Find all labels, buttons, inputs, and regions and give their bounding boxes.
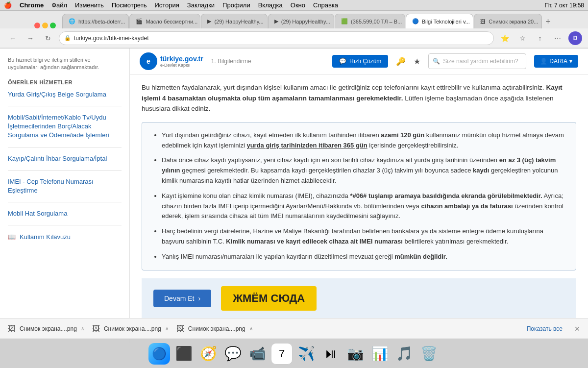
tab-2-label: Масло бессмертни... <box>146 19 197 25</box>
tab-2[interactable]: 🎬 Масло бессмертни... ✕ <box>129 14 200 28</box>
user-button[interactable]: 👤 DARIA ▾ <box>534 55 578 68</box>
download-chevron-1[interactable]: ∧ <box>81 326 84 331</box>
share-button[interactable]: ↑ <box>533 31 547 45</box>
tab-4-favicon: ▶ <box>274 18 278 25</box>
download-item-2[interactable]: 🖼 Снимок экрана....png ∧ <box>92 324 169 333</box>
tab-bar: 🌐 https://beta-doterr... ✕ 🎬 Масло бессм… <box>0 11 588 28</box>
download-chevron-2[interactable]: ∧ <box>165 326 169 331</box>
arrow-icon: › <box>198 294 200 302</box>
tab-1[interactable]: 🌐 https://beta-doterr... ✕ <box>62 14 129 28</box>
info-item-5: Yanlış IMEI numarası/numaraları ile yapı… <box>162 252 566 262</box>
download-bar-close[interactable]: ✕ <box>574 325 580 333</box>
menu-file[interactable]: Файл <box>51 1 67 9</box>
sidebar: Bu hizmet bilgi ve iletişim stilleri ve … <box>0 49 130 348</box>
user-icon: 👤 <box>540 58 547 65</box>
download-item-3[interactable]: 🖼 Снимок экрана....png ∧ <box>176 324 253 333</box>
address-text: turkiye.gov.tr/btk-imei-kaydet <box>74 35 149 42</box>
intro-text-1: Bu hizmetten faydalanarak, yurt dışından… <box>142 84 544 91</box>
header-search[interactable]: 🔍 Size nasıl yardım edebilirim? <box>428 53 526 69</box>
more-button[interactable]: ⋯ <box>551 31 564 45</box>
tab-6-favicon: 🔵 <box>412 18 419 25</box>
menu-window[interactable]: Окно <box>291 1 305 9</box>
tab-1-favicon: 🌐 <box>69 18 75 25</box>
dock-safari[interactable]: 🧭 <box>197 343 219 365</box>
sidebar-item-giris-cikis[interactable]: Yurda Giriş/Çıkış Belge Sorgulama <box>0 87 129 102</box>
book-icon: 📖 <box>8 233 16 241</box>
bookmark-button[interactable]: ☆ <box>515 31 529 45</box>
tab-2-favicon: 🎬 <box>136 18 143 25</box>
forward-button[interactable]: → <box>24 31 37 45</box>
sidebar-item-mobil-sabit[interactable]: Mobil/Sabit/İnternet/Kablo Tv/Uydu İşlet… <box>0 110 129 143</box>
profile-button[interactable]: D <box>568 31 582 45</box>
tab-4[interactable]: ▶ (29) HappyHealthy... ✕ <box>268 14 334 28</box>
dock-finder[interactable]: 🔵 <box>148 343 170 365</box>
download-label-2: Снимок экрана....png <box>104 325 161 332</box>
dock-messages[interactable]: 💬 <box>222 343 244 365</box>
extensions-button[interactable]: ⭐ <box>498 31 512 45</box>
user-name: DARIA <box>549 58 567 65</box>
dock-trash[interactable]: 🗑️ <box>418 343 440 365</box>
tab-7[interactable]: 🖼 Снимок экрана 20... ✕ <box>474 14 542 28</box>
menu-bookmarks[interactable]: Закладки <box>187 1 215 9</box>
download-chevron-3[interactable]: ∧ <box>249 326 253 331</box>
dock-music[interactable]: 🎵 <box>393 343 415 365</box>
window-close[interactable] <box>34 23 40 28</box>
show-all-button[interactable]: Показать все <box>527 325 563 332</box>
menu-history[interactable]: История <box>154 1 179 9</box>
devam-et-button[interactable]: Devam Et › <box>153 290 211 307</box>
download-file-icon-1: 🖼 <box>8 324 16 333</box>
sidebar-guide[interactable]: 📖 Kullanım Kılavuzu <box>0 229 129 245</box>
lock-icon: 🔒 <box>64 35 71 41</box>
bold-kaydi: kaydı <box>473 167 489 174</box>
tab-6[interactable]: 🔵 Bilgi Teknolojileri v... ✕ <box>406 14 474 28</box>
tab-5[interactable]: 🟩 (365.599,00 ТЛ – В... ✕ <box>335 14 405 28</box>
dock-zoom[interactable]: 📷 <box>344 343 366 365</box>
dock-quicktime[interactable]: ⏯ <box>320 343 342 365</box>
menu-tab[interactable]: Вкладка <box>258 1 283 9</box>
new-tab-button[interactable]: + <box>542 15 554 28</box>
sidebar-divider-5 <box>8 225 122 225</box>
sidebar-section-title: ÖNERİLEN HİZMETLER <box>0 75 129 87</box>
key-icon: 🔑 <box>396 57 406 66</box>
dock-calendar[interactable]: 7 <box>271 343 293 365</box>
tab-1-label: https://beta-doterr... <box>78 19 125 25</box>
sidebar-item-mobil-hat[interactable]: Mobil Hat Sorgulama <box>0 206 129 221</box>
intro-paragraph: Bu hizmetten faydalanarak, yurt dışından… <box>142 82 576 114</box>
sidebar-item-imei[interactable]: IMEI - Cep Telefonu Numarası Eşleştirme <box>0 174 129 198</box>
dock-excel[interactable]: 📊 <box>369 343 391 365</box>
yellow-banner: ЖМЁМ СЮДА <box>221 286 317 311</box>
reload-button[interactable]: ↻ <box>41 31 55 45</box>
address-bar[interactable]: 🔒 turkiye.gov.tr/btk-imei-kaydet <box>59 31 494 45</box>
sidebar-item-kayip-calinti[interactable]: Kayıp/Çalıntı İhbar Sorgulama/İptal <box>0 151 129 166</box>
sidebar-divider-4 <box>8 202 122 202</box>
info-item-4: Harç bedelinin vergi dairelerine, Hazine… <box>162 226 566 247</box>
menu-view[interactable]: Посмотреть <box>112 1 147 9</box>
tab-3[interactable]: ▶ (29) HappyHealthy... ✕ <box>201 14 267 28</box>
star-icon: ★ <box>414 57 420 66</box>
menu-chrome[interactable]: Chrome <box>20 1 44 9</box>
dock-facetime[interactable]: 📹 <box>246 343 268 365</box>
sidebar-divider-2 <box>8 147 122 147</box>
dock-telegram[interactable]: ✈️ <box>295 343 317 365</box>
download-label-1: Снимок экрана....png <box>20 325 77 332</box>
devam-label: Devam Et <box>164 294 194 302</box>
menu-help[interactable]: Справка <box>313 1 338 9</box>
bold-3uc: en az 3 (üç) takvim yılının <box>162 156 556 174</box>
hizli-cozum-button[interactable]: 💬 Hızlı Çözüm <box>332 55 388 68</box>
menu-profiles[interactable]: Профили <box>222 1 250 9</box>
apple-menu[interactable]: 🍎 <box>4 1 12 9</box>
window-minimize[interactable] <box>42 23 48 28</box>
window-maximize[interactable] <box>50 23 56 28</box>
download-bar: 🖼 Снимок экрана....png ∧ 🖼 Снимок экрана… <box>0 318 588 339</box>
download-item-1[interactable]: 🖼 Снимок экрана....png ∧ <box>8 324 84 333</box>
macos-menubar: 🍎 Chrome Файл Изменить Посмотреть Истори… <box>0 0 588 11</box>
info-item-2: Daha önce cihaz kaydı yaptıysanız, yeni … <box>162 155 566 186</box>
site-logo: e türkiye.gov.tr e-Devlet Kapısı <box>140 52 203 70</box>
site-header: e türkiye.gov.tr e-Devlet Kapısı 1. Bilg… <box>130 49 588 74</box>
tab-6-label: Bilgi Teknolojileri v... <box>422 19 470 25</box>
info-list: Yurt dışından getirdiğiniz cihazı, kayıt… <box>152 130 566 262</box>
back-button[interactable]: ← <box>6 31 20 45</box>
menu-edit[interactable]: Изменить <box>75 1 104 9</box>
dock-launchpad[interactable]: ⬛ <box>173 343 195 365</box>
bold-365: yurda giriş tarihinizden itibaren 365 gü… <box>246 142 367 149</box>
